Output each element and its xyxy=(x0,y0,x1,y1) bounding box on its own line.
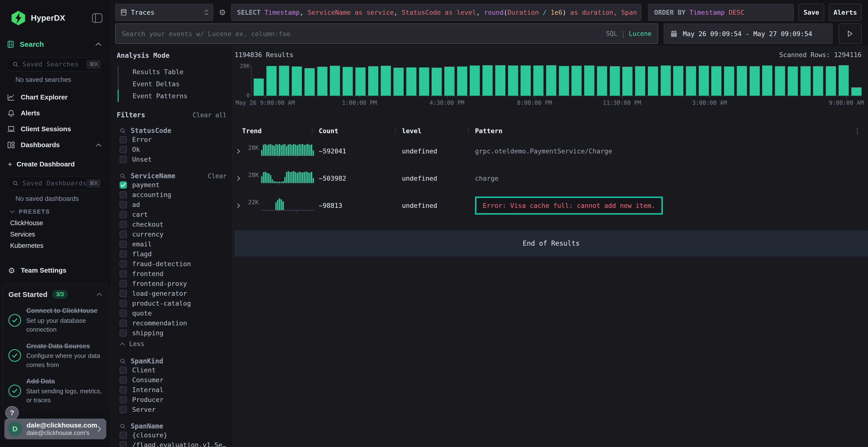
checkbox-unchecked[interactable] xyxy=(120,270,127,277)
checkbox-unchecked[interactable] xyxy=(120,221,127,228)
filter-option-fraud-detection[interactable]: fraud-detection xyxy=(117,259,227,269)
filter-option-server[interactable]: Server xyxy=(117,405,227,414)
checkbox-unchecked[interactable] xyxy=(120,146,127,153)
checkbox-unchecked[interactable] xyxy=(120,136,127,143)
checkbox-unchecked[interactable] xyxy=(120,241,127,248)
saved-dashboards-input[interactable]: ⌘K xyxy=(6,176,104,190)
lucene-mode-toggle[interactable]: Lucene xyxy=(629,30,651,37)
checkbox-unchecked[interactable] xyxy=(120,191,127,199)
filter-option-payment[interactable]: payment xyxy=(117,180,227,190)
filter-option-product-catalog[interactable]: product-catalog xyxy=(117,299,227,308)
filter-option-internal[interactable]: Internal xyxy=(117,385,227,395)
sidebar-item-search[interactable]: Search xyxy=(0,36,111,53)
sidebar-item-dashboards[interactable]: Dashboards xyxy=(4,137,106,153)
filter-option-email[interactable]: email xyxy=(117,239,227,249)
filter-option-unset[interactable]: Unset xyxy=(117,154,227,164)
table-row[interactable]: 28K~592041undefinedgrpc.oteldemo.Payment… xyxy=(235,138,862,165)
filter-option-currency[interactable]: currency xyxy=(117,229,227,239)
checkbox-unchecked[interactable] xyxy=(120,231,127,238)
column-resize-handle[interactable]: ⋮ xyxy=(465,127,470,134)
pattern-cell[interactable]: charge xyxy=(470,175,862,182)
filter-option-cart[interactable]: cart xyxy=(117,209,227,219)
time-range-picker[interactable]: May 26 09:09:54 - May 27 09:09:54 xyxy=(664,24,833,44)
sidebar-item-client-sessions[interactable]: Client Sessions xyxy=(4,121,106,137)
checkbox-unchecked[interactable] xyxy=(120,319,127,327)
filter-option--closure-[interactable]: {closure} xyxy=(117,430,227,440)
expand-row-icon[interactable] xyxy=(236,203,245,209)
filter-option-client[interactable]: Client xyxy=(117,365,227,375)
filter-option-quote[interactable]: quote xyxy=(117,308,227,318)
sidebar-preset-kubernetes[interactable]: Kubernetes xyxy=(4,240,106,251)
checkbox-unchecked[interactable] xyxy=(120,290,127,297)
checkbox-unchecked[interactable] xyxy=(120,376,127,384)
search-icon[interactable] xyxy=(120,358,126,365)
checkbox-unchecked[interactable] xyxy=(120,156,127,163)
saved-dashboards-field[interactable] xyxy=(23,180,86,187)
order-by-input[interactable]: ORDER BY Timestamp DESC xyxy=(648,4,794,21)
table-row[interactable]: 28K~503982undefinedcharge xyxy=(235,165,862,192)
highlighted-error-pattern[interactable]: Error: Visa cache full: cannot add new i… xyxy=(475,197,663,215)
filter-option-producer[interactable]: Producer xyxy=(117,395,227,405)
pattern-cell[interactable]: grpc.oteldemo.PaymentService/Charge xyxy=(470,147,862,155)
filter-option-consumer[interactable]: Consumer xyxy=(117,375,227,385)
select-query-input[interactable]: SELECT Timestamp, ServiceName as service… xyxy=(231,4,641,21)
create-dashboard-button[interactable]: + Create Dashboard xyxy=(4,157,106,171)
pattern-cell[interactable]: Error: Visa cache full: cannot add new i… xyxy=(470,197,862,215)
table-menu-icon[interactable]: ⋮ xyxy=(853,127,862,135)
filter-option-ok[interactable]: Ok xyxy=(117,144,227,154)
expand-row-icon[interactable] xyxy=(236,148,245,154)
filter-option-recommendation[interactable]: recommendation xyxy=(117,318,227,328)
get-started-item[interactable]: Connect to ClickHouseSet up your databas… xyxy=(8,306,102,334)
sidebar-preset-clickhouse[interactable]: ClickHouse xyxy=(4,217,106,229)
clear-filter-button[interactable]: Clear xyxy=(208,172,227,180)
checkbox-unchecked[interactable] xyxy=(120,250,127,258)
user-menu[interactable]: D dale@clickhouse.com dale@clickhouse.co… xyxy=(4,419,106,439)
filter-option-shipping[interactable]: shipping xyxy=(117,328,227,338)
presets-toggle[interactable]: PRESETS xyxy=(10,208,106,215)
event-search-box[interactable]: SQL | Lucene xyxy=(115,24,658,44)
checkbox-unchecked[interactable] xyxy=(120,367,127,374)
sidebar-collapse-icon[interactable] xyxy=(92,13,102,23)
filter-option-frontend-proxy[interactable]: frontend-proxy xyxy=(117,279,227,288)
checkbox-unchecked[interactable] xyxy=(120,211,127,218)
clear-all-filters-button[interactable]: Clear all xyxy=(193,111,227,119)
checkbox-unchecked[interactable] xyxy=(120,442,127,447)
filter-option--flagd-evaluation-v1-se-[interactable]: /flagd.evaluation.v1.Se… xyxy=(117,440,227,447)
column-header-pattern[interactable]: Pattern xyxy=(470,127,853,135)
checkbox-unchecked[interactable] xyxy=(120,280,127,287)
column-header-trend[interactable]: Trend xyxy=(235,127,309,135)
source-select[interactable]: Traces xyxy=(115,4,213,21)
checkbox-unchecked[interactable] xyxy=(120,201,127,208)
column-resize-handle[interactable]: ⋮ xyxy=(392,127,397,134)
saved-searches-field[interactable] xyxy=(23,61,86,68)
event-search-input[interactable] xyxy=(122,30,606,38)
get-started-item[interactable]: Create Data SourcesConfigure where your … xyxy=(8,342,102,370)
saved-searches-input[interactable]: ⌘K xyxy=(6,57,104,71)
analysis-mode-results-table[interactable]: Results Table xyxy=(118,66,227,78)
filter-option-flagd[interactable]: flagd xyxy=(117,249,227,259)
checkbox-unchecked[interactable] xyxy=(120,406,127,413)
checkbox-unchecked[interactable] xyxy=(120,260,127,268)
filter-option-frontend[interactable]: frontend xyxy=(117,269,227,279)
column-resize-handle[interactable]: ⋮ xyxy=(309,127,314,134)
analysis-mode-event-patterns[interactable]: Event Patterns xyxy=(118,90,227,102)
filter-option-load-generator[interactable]: load-generator xyxy=(117,288,227,299)
checkbox-checked[interactable] xyxy=(120,181,127,188)
checkbox-unchecked[interactable] xyxy=(120,330,127,337)
checkbox-unchecked[interactable] xyxy=(120,432,127,439)
checkbox-unchecked[interactable] xyxy=(120,310,127,317)
collapse-options-button[interactable]: Less xyxy=(117,338,227,349)
search-icon[interactable] xyxy=(120,173,126,179)
sidebar-item-team-settings[interactable]: ⚙ Team Settings xyxy=(4,263,106,278)
analysis-mode-event-deltas[interactable]: Event Deltas xyxy=(118,78,227,90)
search-icon[interactable] xyxy=(120,128,126,134)
chevron-up-icon[interactable] xyxy=(95,42,101,46)
run-query-button[interactable] xyxy=(839,24,862,44)
checkbox-unchecked[interactable] xyxy=(120,300,127,307)
expand-row-icon[interactable] xyxy=(236,176,245,181)
filter-option-ad[interactable]: ad xyxy=(117,200,227,209)
column-header-level[interactable]: level xyxy=(397,127,465,135)
sql-mode-toggle[interactable]: SQL xyxy=(606,30,617,37)
sidebar-item-chart-explorer[interactable]: Chart Explorer xyxy=(4,89,106,105)
filter-option-error[interactable]: Error xyxy=(117,135,227,144)
